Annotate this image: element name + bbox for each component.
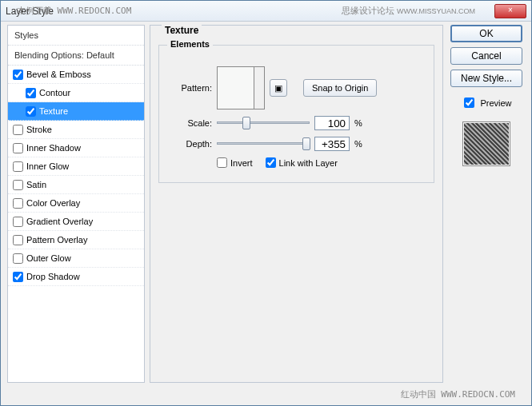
style-label: Bevel & Emboss bbox=[26, 70, 91, 79]
style-label: Drop Shadow bbox=[26, 272, 80, 281]
percent-unit: % bbox=[354, 139, 366, 149]
styles-list: Bevel & EmbossContourTextureStrokeInner … bbox=[8, 66, 144, 286]
style-item-drop-shadow[interactable]: Drop Shadow bbox=[8, 268, 144, 286]
style-checkbox[interactable] bbox=[13, 143, 23, 153]
ok-button[interactable]: OK bbox=[450, 25, 522, 42]
link-checkbox[interactable] bbox=[266, 157, 276, 168]
style-item-inner-shadow[interactable]: Inner Shadow bbox=[8, 139, 144, 157]
pattern-label: Pattern: bbox=[169, 83, 212, 93]
slider-thumb[interactable] bbox=[302, 137, 310, 150]
invert-option[interactable]: Invert bbox=[217, 157, 253, 168]
blending-options[interactable]: Blending Options: Default bbox=[8, 46, 144, 66]
side-panel: OK Cancel New Style... Preview bbox=[448, 25, 525, 383]
texture-panel: Texture Elements Pattern: ▾ ▣ Snap to Or… bbox=[150, 25, 443, 383]
options-row: Invert Link with Layer bbox=[169, 157, 424, 168]
style-label: Inner Glow bbox=[26, 161, 69, 171]
style-checkbox[interactable] bbox=[13, 198, 23, 209]
style-item-texture[interactable]: Texture bbox=[8, 102, 144, 121]
style-label: Color Overlay bbox=[26, 198, 80, 208]
style-checkbox[interactable] bbox=[13, 125, 23, 135]
close-button[interactable]: × bbox=[494, 4, 526, 18]
elements-title: Elements bbox=[167, 39, 213, 49]
new-preset-button[interactable]: ▣ bbox=[270, 79, 287, 97]
depth-slider[interactable] bbox=[217, 137, 310, 150]
scale-label: Scale: bbox=[169, 118, 212, 128]
preview-option[interactable]: Preview bbox=[461, 95, 511, 110]
new-style-button[interactable]: New Style... bbox=[450, 70, 522, 87]
style-checkbox[interactable] bbox=[13, 180, 23, 190]
scale-slider[interactable] bbox=[217, 117, 310, 129]
style-item-inner-glow[interactable]: Inner Glow bbox=[8, 157, 144, 176]
style-item-contour[interactable]: Contour bbox=[8, 84, 144, 102]
style-item-stroke[interactable]: Stroke bbox=[8, 121, 144, 139]
style-checkbox[interactable] bbox=[13, 217, 23, 227]
slider-thumb[interactable] bbox=[242, 117, 250, 129]
style-checkbox[interactable] bbox=[26, 106, 36, 117]
style-item-gradient-overlay[interactable]: Gradient Overlay bbox=[8, 213, 144, 231]
style-checkbox[interactable] bbox=[13, 161, 23, 172]
layer-style-dialog: Layer Style × 本例下载 WWW.REDOCN.COM 思缘设计论坛… bbox=[0, 0, 532, 406]
percent-unit: % bbox=[354, 118, 366, 128]
style-label: Inner Shadow bbox=[26, 143, 81, 153]
style-label: Satin bbox=[26, 180, 46, 189]
preview-checkbox[interactable] bbox=[464, 98, 474, 108]
scale-row: Scale: % bbox=[169, 116, 424, 130]
scale-input[interactable] bbox=[314, 116, 350, 130]
depth-input[interactable] bbox=[314, 137, 350, 151]
style-checkbox[interactable] bbox=[13, 70, 23, 80]
page-icon: ▣ bbox=[274, 83, 282, 94]
style-item-pattern-overlay[interactable]: Pattern Overlay bbox=[8, 231, 144, 249]
content-area: Styles Blending Options: Default Bevel &… bbox=[7, 25, 525, 383]
style-label: Stroke bbox=[26, 125, 52, 134]
pattern-row: Pattern: ▾ ▣ Snap to Origin bbox=[169, 66, 424, 109]
window-title: Layer Style bbox=[6, 6, 54, 17]
depth-label: Depth: bbox=[169, 139, 212, 149]
chevron-down-icon: ▾ bbox=[259, 85, 262, 92]
invert-checkbox[interactable] bbox=[217, 157, 227, 168]
pattern-picker[interactable]: ▾ bbox=[217, 66, 265, 109]
titlebar: Layer Style × bbox=[1, 1, 531, 22]
preview-swatch bbox=[462, 121, 510, 166]
style-item-outer-glow[interactable]: Outer Glow bbox=[8, 249, 144, 268]
style-label: Gradient Overlay bbox=[26, 217, 93, 226]
style-item-satin[interactable]: Satin bbox=[8, 176, 144, 194]
style-label: Pattern Overlay bbox=[26, 235, 87, 245]
style-item-color-overlay[interactable]: Color Overlay bbox=[8, 194, 144, 213]
snap-to-origin-button[interactable]: Snap to Origin bbox=[303, 79, 377, 97]
elements-group: Elements Pattern: ▾ ▣ Snap to Origin Sca… bbox=[158, 45, 434, 183]
style-label: Outer Glow bbox=[26, 253, 71, 263]
panel-title: Texture bbox=[162, 25, 202, 36]
link-with-layer-option[interactable]: Link with Layer bbox=[266, 157, 338, 168]
style-checkbox[interactable] bbox=[26, 88, 36, 98]
style-label: Texture bbox=[39, 106, 68, 116]
style-checkbox[interactable] bbox=[13, 272, 23, 282]
style-checkbox[interactable] bbox=[13, 235, 23, 245]
cancel-button[interactable]: Cancel bbox=[450, 47, 522, 65]
styles-panel: Styles Blending Options: Default Bevel &… bbox=[7, 25, 145, 383]
style-label: Contour bbox=[39, 88, 70, 98]
depth-row: Depth: % bbox=[169, 137, 424, 151]
style-checkbox[interactable] bbox=[13, 253, 23, 264]
styles-header[interactable]: Styles bbox=[8, 26, 144, 46]
watermark-footer: 红动中国 WWW.REDOCN.COM bbox=[401, 388, 515, 400]
style-item-bevel-emboss[interactable]: Bevel & Emboss bbox=[8, 66, 144, 84]
